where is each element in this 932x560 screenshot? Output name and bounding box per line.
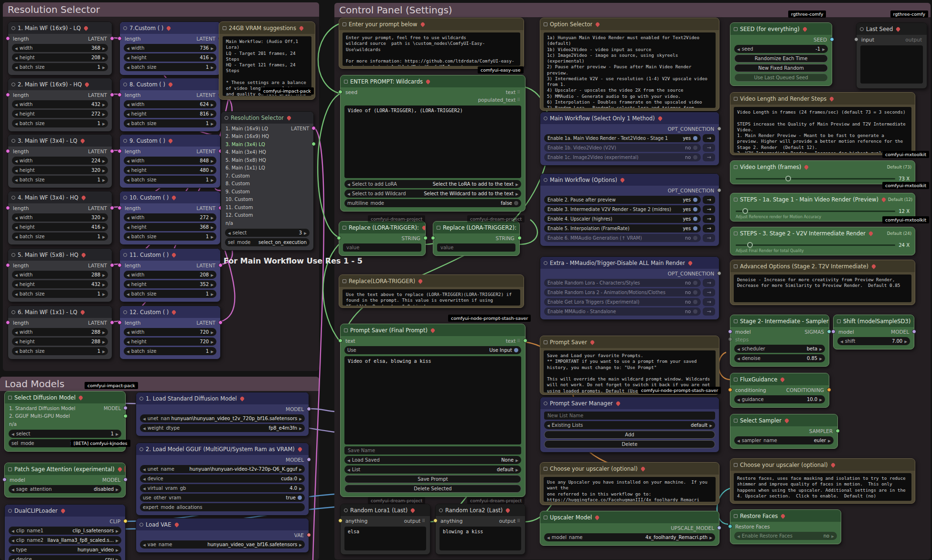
- input-dot[interactable]: [431, 236, 435, 240]
- output-dot[interactable]: [717, 526, 721, 530]
- increment-icon[interactable]: [211, 215, 214, 220]
- decrement-icon[interactable]: [11, 538, 14, 543]
- node-replace-lora-trigger-2[interactable]: Replace (LORA-TRIGGER2): STRING value: [433, 221, 520, 256]
- input-dot-length[interactable]: [118, 263, 122, 267]
- node-replace-lora-trigger-1[interactable]: Replace (LORA-TRIGGER): STRING value: [339, 221, 426, 256]
- output-dot-model[interactable]: [307, 457, 311, 462]
- jump-arrow-button[interactable]: [703, 288, 715, 296]
- selector-item[interactable]: 11. Custom: [221, 203, 313, 211]
- width-widget[interactable]: width272: [124, 213, 216, 222]
- jump-arrow-button[interactable]: [703, 196, 715, 204]
- node-res-7[interactable]: 7.Custom ( ) lengthLATENT width736 heigh…: [119, 21, 221, 75]
- batch-size-widget[interactable]: batch_size1: [124, 63, 216, 71]
- decrement-icon[interactable]: [127, 291, 129, 296]
- increment-icon[interactable]: [211, 224, 214, 230]
- node-header[interactable]: Replace(LORA-TRIGGER): [339, 275, 524, 287]
- collapse-icon[interactable]: [11, 139, 15, 143]
- node-header[interactable]: 7.Custom ( ): [120, 22, 220, 34]
- delete-selected-button[interactable]: Delete Selected: [344, 485, 521, 493]
- batch-size-widget[interactable]: batch_size1: [12, 290, 108, 298]
- node-header[interactable]: DualCLIPLoader: [5, 505, 125, 517]
- height-widget[interactable]: height368: [124, 223, 216, 231]
- node-main-workflow-options[interactable]: Main Workflow (Options) OPT_CONNECTION E…: [540, 173, 719, 246]
- selector-item[interactable]: 2. Main (16x9) HQ: [221, 133, 313, 141]
- denoise-widget[interactable]: denoise0.85: [734, 354, 825, 362]
- scheduler-widget[interactable]: schedulerbeta: [734, 345, 825, 353]
- collapse-icon[interactable]: [11, 26, 15, 30]
- output-dot-latent[interactable]: [218, 263, 223, 267]
- increment-icon[interactable]: [211, 339, 214, 344]
- jump-arrow-button[interactable]: [703, 215, 715, 223]
- toggle-dot[interactable]: [298, 496, 302, 500]
- node-res-3[interactable]: 3. Main WF (3x4) - LQ lengthLATENT width…: [8, 134, 112, 188]
- node-header[interactable]: Last Seed: [857, 23, 927, 35]
- decrement-icon[interactable]: [15, 234, 18, 239]
- decrement-icon[interactable]: [15, 158, 18, 163]
- jump-arrow-button[interactable]: [703, 134, 715, 142]
- decrement-icon[interactable]: [127, 349, 129, 354]
- output-dot[interactable]: [717, 188, 721, 192]
- increment-icon[interactable]: [819, 346, 822, 351]
- model-name-widget[interactable]: model_name4x_foolhardy_Remacri.pth: [544, 533, 715, 541]
- node-prompt-saver-manager[interactable]: Prompt Saver Manager New List Name Exist…: [540, 397, 719, 453]
- select-widget[interactable]: select1: [9, 430, 121, 438]
- node-res-6[interactable]: 6. Main WF (1x1) - LQ lengthLATENT width…: [8, 306, 112, 359]
- collapse-icon[interactable]: [544, 402, 547, 405]
- batch-size-widget[interactable]: batch_size1: [124, 290, 216, 298]
- select-wildcard-widget[interactable]: Select to add WildcardSelect the Wildcar…: [344, 190, 521, 198]
- add-button[interactable]: Add: [544, 431, 715, 439]
- batch-size-widget[interactable]: batch_size1: [12, 119, 108, 127]
- select-widget[interactable]: select3: [225, 229, 310, 237]
- decrement-icon[interactable]: [228, 230, 231, 235]
- width-widget[interactable]: width624: [124, 100, 216, 108]
- group-header-load-models[interactable]: Load Models: [0, 377, 319, 391]
- input-dot-length[interactable]: [6, 149, 10, 153]
- node-header[interactable]: STEPS - 1a. Stage 1 - Main Video Render …: [730, 193, 915, 205]
- shift-widget[interactable]: shift7.00: [837, 337, 910, 345]
- decrement-icon[interactable]: [15, 177, 18, 182]
- node-res-4[interactable]: 4. Main WF (3x4) - HQ lengthLATENT width…: [8, 191, 112, 245]
- width-widget[interactable]: width320: [12, 213, 108, 222]
- increment-icon[interactable]: [299, 466, 302, 472]
- use-other-vram-toggle[interactable]: use_other_vramtrue: [140, 494, 305, 502]
- enable-1a-toggle[interactable]: Enable 1a. Main Video Render - Text2Vide…: [544, 134, 701, 142]
- height-widget[interactable]: height288: [12, 338, 108, 346]
- toggle-dot[interactable]: [693, 300, 697, 304]
- increment-icon[interactable]: [299, 486, 302, 491]
- selector-item[interactable]: n/a: [5, 420, 125, 428]
- node-res-1[interactable]: 1. Main WF (16x9) - LQ lengthLATENT widt…: [8, 21, 112, 75]
- selector-item-selected[interactable]: 3. Main (3x4) LQ: [221, 140, 313, 148]
- selector-item[interactable]: 9. Custom: [221, 188, 313, 196]
- node-header[interactable]: 11. Custom ( ): [120, 249, 220, 261]
- increment-icon[interactable]: [102, 45, 105, 51]
- prompt-textarea[interactable]: Video of (LORA-TRIGGER), (LORA-TRIGGER2): [344, 106, 521, 178]
- height-widget[interactable]: height720: [124, 338, 216, 346]
- width-widget[interactable]: width720: [124, 328, 216, 336]
- increment-icon[interactable]: [116, 431, 118, 436]
- collapse-icon[interactable]: [439, 508, 443, 512]
- collapse-icon[interactable]: [544, 467, 547, 471]
- batch-size-widget[interactable]: batch_size1: [12, 176, 108, 184]
- node-header[interactable]: 9. Custom ( ): [120, 135, 220, 147]
- decrement-icon[interactable]: [143, 542, 146, 547]
- increment-icon[interactable]: [211, 121, 214, 126]
- device-widget[interactable]: devicecuda:0: [140, 475, 305, 483]
- selector-item[interactable]: 7. Custom: [221, 172, 313, 180]
- input-dot-conditioning[interactable]: [728, 388, 732, 392]
- increment-icon[interactable]: [102, 282, 105, 287]
- output-dot-sigmas[interactable]: [827, 329, 831, 334]
- mmaudio-standalone-toggle[interactable]: Enable MMAudio - Standaloneno: [544, 307, 701, 316]
- decrement-icon[interactable]: [737, 346, 740, 351]
- toggle-dot[interactable]: [693, 198, 697, 202]
- node-res-10[interactable]: 10. Custom ( ) lengthLATENT width272 hei…: [119, 191, 221, 245]
- batch-size-widget[interactable]: batch_size1: [12, 232, 108, 241]
- node-shift-model-sampling[interactable]: Shift (modelSampleSD3) modelMODEL shift7…: [833, 315, 914, 349]
- increment-icon[interactable]: [211, 349, 214, 354]
- saved-prompt-textarea[interactable]: Video of elsa, blowing a kiss: [344, 356, 521, 444]
- new-fixed-random-button[interactable]: New Fixed Random: [734, 64, 828, 72]
- collapse-icon[interactable]: [343, 22, 346, 26]
- node-enter-prompt-wildcards[interactable]: ENTER PROMPT: Wildcards seedtext populat…: [340, 75, 525, 211]
- collapse-icon[interactable]: [8, 396, 12, 400]
- collapse-icon[interactable]: [123, 83, 127, 86]
- jump-arrow-button[interactable]: [703, 279, 715, 287]
